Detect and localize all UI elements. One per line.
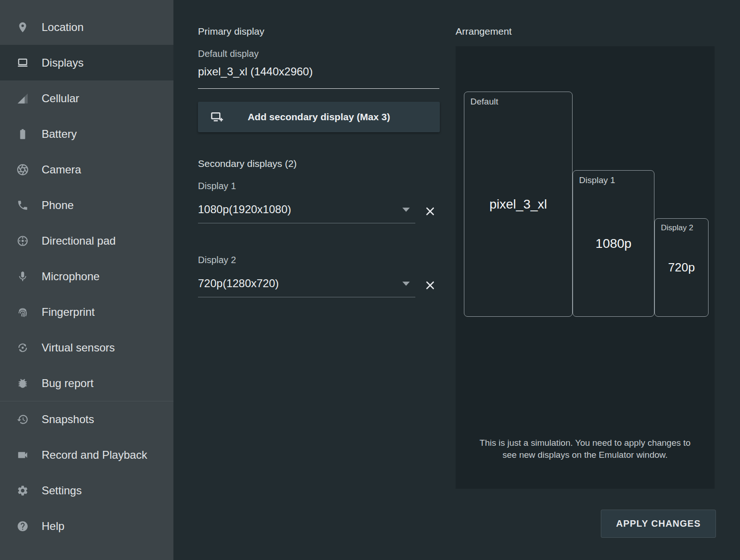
sidebar-item-directional-pad[interactable]: Directional pad <box>0 223 173 258</box>
display-1-underline <box>198 223 415 223</box>
sidebar-item-label: Battery <box>42 128 77 141</box>
camera-aperture-icon <box>17 164 29 176</box>
phone-icon <box>17 199 29 211</box>
sidebar-item-cellular[interactable]: Cellular <box>0 80 173 116</box>
extended-controls-displays-page: Location Displays Cellular Battery Camer <box>0 0 740 560</box>
arrangement-box-display-2[interactable]: Display 2 720p <box>654 218 709 317</box>
default-display-label: Default display <box>198 49 259 59</box>
sidebar-item-fingerprint[interactable]: Fingerprint <box>0 294 173 330</box>
sidebar-item-label: Fingerprint <box>42 306 95 319</box>
sidebar-item-label: Displays <box>42 56 84 69</box>
sidebar-item-label: Camera <box>42 163 81 176</box>
display-2-underline <box>198 297 415 297</box>
sidebar-item-label: Directional pad <box>42 234 116 247</box>
help-icon <box>17 520 29 532</box>
cellular-signal-icon <box>17 92 29 105</box>
arrangement-box-default-label: Default <box>470 97 498 107</box>
location-pin-icon <box>17 21 29 33</box>
sidebar-item-label: Bug report <box>42 377 93 390</box>
arrangement-box-display-1-value: 1080p <box>596 236 632 251</box>
arrangement-box-display-2-value: 720p <box>668 260 695 275</box>
battery-icon <box>17 128 29 140</box>
apply-changes-button[interactable]: APPLY CHANGES <box>601 510 716 538</box>
display-1-select[interactable]: 1080p(1920x1080) <box>198 203 291 216</box>
arrangement-box-display-2-label: Display 2 <box>661 223 693 233</box>
display-2-chevron-down-icon[interactable] <box>402 282 410 286</box>
sidebar-item-displays[interactable]: Displays <box>0 45 173 80</box>
display-2-select[interactable]: 720p(1280x720) <box>198 277 279 290</box>
add-secondary-display-button[interactable]: Add secondary display (Max 3) <box>198 102 440 132</box>
sidebar-item-label: Record and Playback <box>42 449 147 462</box>
sidebar-item-label: Virtual sensors <box>42 341 115 354</box>
sidebar-item-label: Settings <box>42 484 82 497</box>
arrangement-simulation-note: This is just a simulation. You need to a… <box>476 437 694 461</box>
sidebar: Location Displays Cellular Battery Camer <box>0 0 173 560</box>
arrangement-box-default[interactable]: Default pixel_3_xl <box>464 92 573 317</box>
arrangement-panel: Default pixel_3_xl Display 1 1080p Displ… <box>456 46 715 489</box>
sidebar-item-help[interactable]: Help <box>0 508 173 544</box>
fingerprint-icon <box>17 306 29 318</box>
sidebar-item-label: Phone <box>42 199 74 212</box>
sidebar-item-battery[interactable]: Battery <box>0 116 173 152</box>
default-display-value: pixel_3_xl (1440x2960) <box>198 65 313 78</box>
sidebar-item-snapshots[interactable]: Snapshots <box>0 401 173 437</box>
display-1-chevron-down-icon[interactable] <box>402 208 410 212</box>
display-1-remove-button[interactable] <box>423 204 437 218</box>
sidebar-item-settings[interactable]: Settings <box>0 473 173 508</box>
snapshots-history-icon <box>17 413 29 425</box>
sidebar-item-camera[interactable]: Camera <box>0 152 173 187</box>
arrangement-box-display-1[interactable]: Display 1 1080p <box>573 170 654 317</box>
sidebar-item-label: Help <box>42 520 64 533</box>
section-title-arrangement: Arrangement <box>456 26 512 37</box>
add-secondary-display-button-label: Add secondary display (Max 3) <box>247 111 390 123</box>
sidebar-item-record-and-playback[interactable]: Record and Playback <box>0 437 173 473</box>
sidebar-item-virtual-sensors[interactable]: Virtual sensors <box>0 330 173 365</box>
sidebar-item-label: Location <box>42 21 84 34</box>
arrangement-box-display-1-label: Display 1 <box>579 175 615 185</box>
display-1-label: Display 1 <box>198 181 236 191</box>
sidebar-item-label: Snapshots <box>42 413 94 426</box>
record-video-icon <box>17 449 29 461</box>
sidebar-item-phone[interactable]: Phone <box>0 187 173 223</box>
display-2-label: Display 2 <box>198 255 236 265</box>
dpad-icon <box>17 235 29 247</box>
bug-icon <box>17 377 29 389</box>
section-title-primary-display: Primary display <box>198 26 265 37</box>
display-2-remove-button[interactable] <box>423 278 437 292</box>
section-title-secondary-displays: Secondary displays (2) <box>198 158 297 169</box>
default-display-underline <box>198 88 439 89</box>
sidebar-item-label: Cellular <box>42 92 79 105</box>
sidebar-item-location[interactable]: Location <box>0 9 173 45</box>
virtual-sensors-icon <box>17 342 29 354</box>
settings-gear-icon <box>17 485 29 497</box>
sidebar-item-microphone[interactable]: Microphone <box>0 258 173 294</box>
microphone-icon <box>17 271 29 283</box>
arrangement-box-default-value: pixel_3_xl <box>489 197 547 212</box>
sidebar-item-bug-report[interactable]: Bug report <box>0 365 173 401</box>
add-display-icon <box>210 110 224 124</box>
sidebar-item-label: Microphone <box>42 270 99 283</box>
displays-icon <box>17 57 29 69</box>
